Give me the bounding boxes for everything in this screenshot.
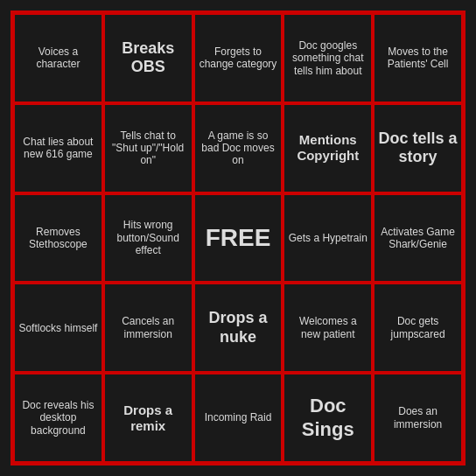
cell-text-r2c0: Removes Stethoscope: [18, 226, 98, 251]
cell-text-r3c1: Cancels an immersion: [108, 315, 188, 340]
bingo-cell-r1c2[interactable]: A game is so bad Doc moves on: [193, 103, 284, 193]
cell-text-r4c1: Drops a remix: [108, 402, 188, 434]
cell-text-r0c0: Voices a character: [18, 46, 98, 71]
cell-text-r0c3: Doc googles something chat tells him abo…: [288, 39, 368, 77]
cell-text-r4c3: Doc Sings: [288, 395, 368, 441]
cell-text-r2c1: Hits wrong button/Sound effect: [108, 219, 188, 256]
bingo-cell-r4c4[interactable]: Does an immersion: [373, 373, 463, 463]
cell-text-r0c2: Forgets to change category: [199, 46, 278, 71]
bingo-cell-r4c3[interactable]: Doc Sings: [283, 373, 373, 463]
bingo-cell-r2c1[interactable]: Hits wrong button/Sound effect: [103, 193, 193, 284]
bingo-cell-r0c3[interactable]: Doc googles something chat tells him abo…: [283, 13, 373, 103]
bingo-cell-r0c2[interactable]: Forgets to change category: [193, 13, 284, 103]
cell-text-r0c4: Moves to the Patients' Cell: [378, 46, 458, 71]
cell-text-r3c0: Softlocks himself: [18, 322, 97, 334]
bingo-cell-r2c3[interactable]: Gets a Hypetrain: [283, 193, 373, 284]
cell-text-r4c2: Incoming Raid: [205, 411, 272, 424]
bingo-cell-r3c0[interactable]: Softlocks himself: [13, 283, 103, 373]
bingo-cell-r1c0[interactable]: Chat lies about new 616 game: [13, 103, 103, 193]
bingo-cell-r0c1[interactable]: Breaks OBS: [103, 13, 193, 103]
bingo-cell-r0c4[interactable]: Moves to the Patients' Cell: [373, 13, 463, 103]
bingo-cell-r1c4[interactable]: Doc tells a story: [373, 103, 463, 193]
cell-text-r3c4: Doc gets jumpscared: [378, 315, 458, 340]
cell-text-r3c2: Drops a nuke: [199, 309, 278, 346]
cell-text-r4c4: Does an immersion: [378, 405, 458, 430]
bingo-cell-r1c1[interactable]: Tells chat to "Shut up"/"Hold on": [103, 103, 193, 193]
bingo-cell-r2c0[interactable]: Removes Stethoscope: [13, 193, 103, 284]
cell-text-r1c1: Tells chat to "Shut up"/"Hold on": [108, 130, 188, 167]
bingo-cell-r0c0[interactable]: Voices a character: [13, 13, 103, 103]
bingo-cell-r3c2[interactable]: Drops a nuke: [193, 283, 284, 373]
cell-text-r2c4: Activates Game Shark/Genie: [378, 226, 458, 251]
bingo-cell-r3c4[interactable]: Doc gets jumpscared: [373, 283, 463, 373]
bingo-cell-r3c3[interactable]: Welcomes a new patient: [283, 283, 373, 373]
bingo-cell-r4c2[interactable]: Incoming Raid: [193, 373, 284, 463]
cell-text-r1c2: A game is so bad Doc moves on: [199, 130, 278, 167]
bingo-cell-r1c3[interactable]: Mentions Copyright: [283, 103, 373, 193]
cell-text-r0c1: Breaks OBS: [108, 39, 188, 77]
bingo-cell-r4c0[interactable]: Doc reveals his desktop background: [13, 373, 103, 463]
bingo-board: Voices a characterBreaks OBSForgets to c…: [10, 10, 466, 466]
cell-text-r4c0: Doc reveals his desktop background: [18, 399, 98, 437]
cell-text-r2c3: Gets a Hypetrain: [289, 232, 368, 244]
bingo-cell-r4c1[interactable]: Drops a remix: [103, 373, 193, 463]
cell-text-r1c4: Doc tells a story: [378, 130, 458, 167]
cell-text-r1c3: Mentions Copyright: [288, 132, 368, 164]
cell-text-r1c0: Chat lies about new 616 game: [18, 136, 98, 161]
cell-text-r3c3: Welcomes a new patient: [288, 315, 368, 340]
bingo-cell-r2c2[interactable]: FREE: [193, 193, 284, 284]
bingo-cell-r3c1[interactable]: Cancels an immersion: [103, 283, 193, 373]
bingo-cell-r2c4[interactable]: Activates Game Shark/Genie: [373, 193, 463, 284]
